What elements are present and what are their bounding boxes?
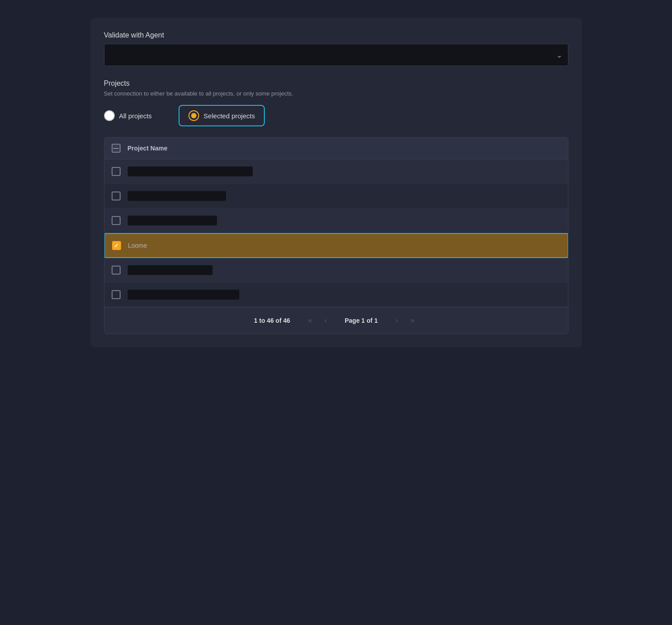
page-indicator: Page 1 of 1 bbox=[345, 317, 378, 324]
table-header-row: Project Name bbox=[104, 138, 568, 159]
table-row bbox=[104, 184, 568, 208]
row-2-name-block bbox=[128, 191, 226, 201]
table-row bbox=[104, 258, 568, 283]
table-row-loome: Loome bbox=[104, 233, 568, 258]
prev-page-button[interactable]: ‹ bbox=[321, 315, 330, 326]
row-5-checkbox[interactable] bbox=[112, 266, 121, 275]
table-row bbox=[104, 283, 568, 307]
agent-dropdown-wrapper: ⌄ bbox=[104, 44, 568, 66]
project-name-column-header: Project Name bbox=[128, 145, 167, 152]
row-6-checkbox[interactable] bbox=[112, 290, 121, 299]
row-1-name-block bbox=[128, 167, 253, 176]
projects-title: Projects bbox=[104, 79, 568, 88]
all-projects-radio[interactable]: All projects bbox=[104, 110, 152, 121]
pagination-bar: 1 to 46 of 46 « ‹ Page 1 of 1 › » bbox=[104, 307, 568, 333]
selected-projects-radio-circle bbox=[188, 110, 199, 121]
selected-projects-radio[interactable]: Selected projects bbox=[179, 105, 265, 126]
section-title: Validate with Agent bbox=[104, 31, 568, 39]
row-loome-name: Loome bbox=[128, 242, 147, 249]
pagination-range: 1 to 46 of 46 bbox=[254, 317, 290, 324]
row-loome-checkbox[interactable] bbox=[112, 241, 121, 250]
row-6-name-block bbox=[128, 290, 239, 300]
row-3-checkbox[interactable] bbox=[112, 216, 121, 225]
agent-dropdown[interactable] bbox=[104, 44, 568, 66]
row-3-name-block bbox=[128, 216, 217, 225]
all-projects-label: All projects bbox=[119, 112, 152, 120]
row-2-checkbox[interactable] bbox=[112, 192, 121, 200]
all-projects-radio-circle bbox=[104, 110, 115, 121]
projects-table: Project Name Loome bbox=[104, 137, 568, 334]
first-page-button[interactable]: « bbox=[305, 315, 316, 326]
table-row bbox=[104, 159, 568, 184]
selected-projects-label: Selected projects bbox=[204, 112, 255, 120]
row-1-checkbox[interactable] bbox=[112, 167, 121, 176]
projects-description: Set connection to either be available to… bbox=[104, 90, 568, 97]
last-page-button[interactable]: » bbox=[407, 315, 418, 326]
header-checkbox[interactable] bbox=[112, 144, 121, 153]
table-row bbox=[104, 208, 568, 233]
next-page-button[interactable]: › bbox=[392, 315, 401, 326]
project-scope-radio-group: All projects Selected projects bbox=[104, 105, 568, 126]
main-container: Validate with Agent ⌄ Projects Set conne… bbox=[91, 18, 582, 347]
row-5-name-block bbox=[128, 265, 213, 275]
